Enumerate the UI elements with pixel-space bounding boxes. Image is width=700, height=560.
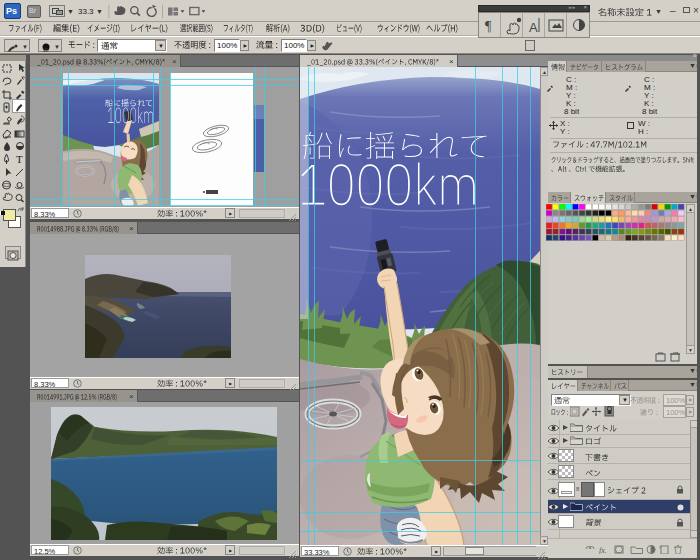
svg-text:T: T — [16, 153, 23, 165]
svg-text:A: A — [529, 20, 538, 35]
svg-text:¶: ¶ — [485, 19, 492, 34]
svg-text:fx.: fx. — [599, 546, 607, 554]
